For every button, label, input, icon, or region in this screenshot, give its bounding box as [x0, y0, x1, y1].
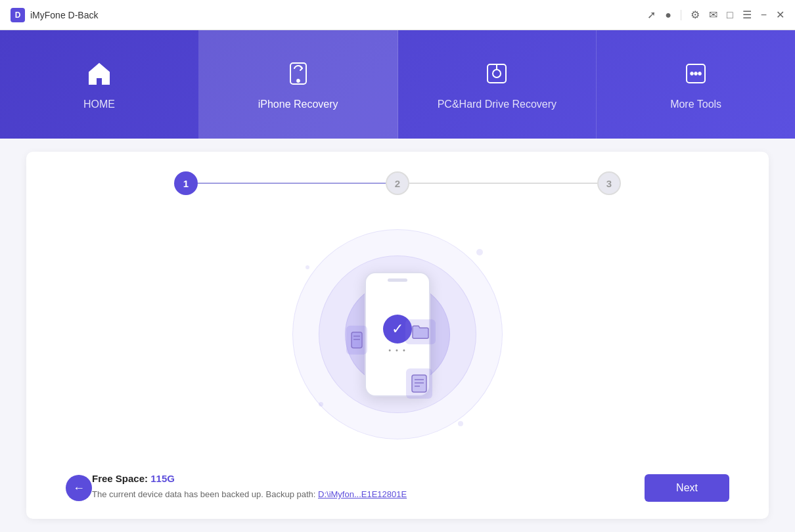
phone-dots: • • •: [388, 346, 407, 354]
app-title: iMyFone D-Back: [30, 10, 98, 20]
back-button[interactable]: ←: [66, 475, 92, 501]
nav-pc-recovery[interactable]: PC&Hard Drive Recovery: [398, 30, 597, 139]
step-line-2: [409, 183, 597, 184]
step-2: 2: [386, 171, 409, 195]
svg-point-6: [691, 72, 693, 75]
mail-icon[interactable]: ✉: [709, 10, 717, 20]
settings-icon[interactable]: ⚙: [691, 10, 700, 20]
step-3: 3: [597, 171, 621, 195]
user-icon[interactable]: ●: [665, 10, 671, 20]
next-label: Next: [676, 482, 698, 493]
deco-dot-3: [458, 421, 463, 426]
bottom-actions: ← Next: [66, 474, 729, 502]
menu-icon[interactable]: ☰: [742, 10, 752, 20]
nav-tools-label: More Tools: [670, 99, 721, 110]
chat-icon[interactable]: □: [727, 10, 733, 20]
nav-more-tools[interactable]: More Tools: [597, 30, 795, 139]
svg-point-8: [698, 72, 701, 75]
close-button[interactable]: ✕: [776, 10, 784, 20]
nav-iphone-label: iPhone Recovery: [258, 99, 338, 110]
svg-point-3: [493, 70, 501, 78]
app-logo: D: [11, 8, 25, 22]
deco-dot-2: [319, 402, 323, 407]
deco-dot-1: [476, 249, 483, 255]
key-icon: [482, 59, 511, 92]
step-1: 1: [174, 171, 198, 195]
svg-point-7: [694, 72, 697, 75]
doc-icon: [406, 368, 432, 399]
phone-illustration: ✓ • • •: [365, 272, 430, 397]
nav-iphone-recovery[interactable]: iPhone Recovery: [199, 30, 398, 139]
svg-rect-9: [352, 332, 362, 347]
svg-point-1: [297, 79, 300, 82]
deco-dot-4: [306, 265, 309, 269]
content-card: 1 2 3: [26, 152, 769, 519]
back-icon: ←: [73, 481, 85, 495]
minimize-button[interactable]: −: [761, 10, 767, 20]
navbar: HOME iPhone Recovery PC&Hard Drive Recov…: [0, 30, 795, 139]
separator: [681, 10, 681, 20]
main-content: 1 2 3: [0, 139, 795, 532]
svg-rect-12: [412, 375, 426, 392]
next-button[interactable]: Next: [645, 474, 729, 502]
phone-scene: ✓ • • •: [292, 229, 503, 439]
titlebar: D iMyFone D-Back ➚ ● ⚙ ✉ □ ☰ − ✕: [0, 0, 795, 30]
grid-icon: [681, 59, 710, 92]
nav-home[interactable]: HOME: [0, 30, 199, 139]
share-icon[interactable]: ➚: [647, 10, 656, 20]
card-icon: [346, 325, 367, 354]
nav-pc-label: PC&Hard Drive Recovery: [438, 99, 556, 110]
titlebar-left: D iMyFone D-Back: [11, 8, 98, 22]
illustration-container: ✓ • • •: [66, 202, 729, 466]
step-line-1: [198, 183, 386, 184]
refresh-icon: [284, 59, 313, 92]
phone-notch: [388, 278, 407, 282]
step-indicator: 1 2 3: [174, 171, 621, 195]
home-icon: [85, 59, 114, 92]
titlebar-controls: ➚ ● ⚙ ✉ □ ☰ − ✕: [647, 10, 784, 20]
nav-home-label: HOME: [83, 99, 115, 110]
folder-icon: [405, 319, 436, 344]
